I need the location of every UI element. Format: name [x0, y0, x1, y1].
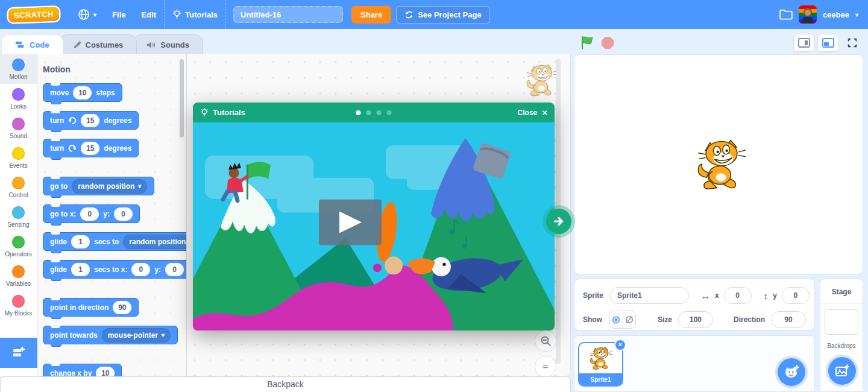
category-sensing[interactable]: Sensing — [0, 202, 37, 232]
sprite-name-input[interactable] — [609, 287, 689, 304]
sprite-thumbnail-label: Sprite1 — [579, 373, 622, 385]
block-go-to-xy[interactable]: go to x: 0 y: 0 — [43, 204, 140, 223]
sprite-info-panel: Sprite ↔ x ↕ y Show — [574, 279, 815, 330]
category-variables[interactable]: Variables — [0, 261, 37, 291]
block-input[interactable]: 15 — [81, 114, 99, 127]
menu-edit[interactable]: Edit — [134, 0, 165, 29]
chevron-down-icon[interactable]: ▾ — [855, 11, 858, 18]
category-motion[interactable]: Motion — [0, 54, 37, 84]
block-input[interactable]: 10 — [73, 86, 92, 100]
scratch-logo[interactable]: SCRATCH — [8, 7, 60, 22]
block-input[interactable]: 0 — [165, 263, 184, 276]
sprite-x-input[interactable] — [724, 287, 752, 304]
block-dropdown[interactable]: mouse-pointer ▾ — [102, 328, 171, 343]
show-sprite-button[interactable] — [610, 311, 623, 328]
block-text: go to x: — [50, 210, 76, 218]
category-my-blocks[interactable]: My Blocks — [0, 291, 37, 320]
hide-sprite-button[interactable] — [623, 311, 635, 328]
folder-icon[interactable] — [779, 9, 793, 20]
category-label: My Blocks — [5, 310, 33, 317]
green-flag-button[interactable] — [580, 36, 594, 50]
block-turn-counterclockwise[interactable]: turn 15 degrees — [43, 139, 139, 157]
tutorial-step-dot-1[interactable] — [356, 110, 361, 115]
tutorial-step-dot-4[interactable] — [387, 110, 392, 115]
category-control[interactable]: Control — [0, 172, 37, 202]
block-text: point in direction — [50, 303, 108, 312]
sprite-size-input[interactable] — [678, 311, 713, 328]
sprite-y-input[interactable] — [782, 287, 810, 304]
project-name-input[interactable] — [233, 6, 343, 23]
category-label: Sound — [10, 133, 27, 139]
large-stage-button[interactable] — [817, 34, 839, 52]
stage-selector-panel[interactable]: Stage Backdrops — [820, 279, 863, 392]
block-move-steps[interactable]: move 10 steps — [43, 83, 122, 102]
block-glide-to[interactable]: glide 1 secs to random position ▾ — [43, 232, 187, 251]
tab-costumes[interactable]: Costumes — [59, 34, 137, 54]
category-sound[interactable]: Sound — [0, 113, 37, 143]
delete-sprite-button[interactable]: × — [614, 339, 626, 351]
sprite-thumbnail-selected[interactable]: Sprite1 × — [578, 342, 623, 387]
tutorial-video[interactable] — [193, 122, 555, 330]
block-glide-to-xy[interactable]: glide 1 secs to x: 0 y: 0 — [43, 260, 187, 279]
see-project-page-button[interactable]: See Project Page — [396, 6, 490, 24]
block-dropdown[interactable]: random position ▾ — [123, 235, 187, 249]
block-input[interactable]: 0 — [80, 207, 99, 221]
tab-code[interactable]: Code — [1, 34, 63, 54]
share-button[interactable]: Share — [351, 6, 391, 24]
sprite-list-panel: Sprite1 × — [574, 335, 815, 392]
backdrop-thumbnail[interactable] — [825, 309, 858, 335]
block-input[interactable]: 10 — [96, 367, 115, 377]
add-sprite-button[interactable] — [778, 358, 805, 386]
stop-button[interactable] — [600, 36, 615, 50]
block-text: go to — [50, 182, 68, 191]
block-point-in-direction[interactable]: point in direction 90 — [43, 298, 139, 317]
block-input[interactable]: 90 — [113, 301, 131, 314]
tutorial-step-dot-2[interactable] — [366, 110, 371, 115]
block-point-towards[interactable]: point towards mouse-pointer ▾ — [43, 326, 178, 344]
small-stage-button[interactable] — [793, 34, 815, 52]
palette-scrollbar[interactable] — [180, 59, 184, 138]
tab-sounds-label: Sounds — [160, 40, 189, 49]
fullscreen-button[interactable] — [841, 34, 863, 52]
stage-sprite-cat[interactable] — [693, 136, 750, 194]
backpack-bar[interactable]: Backpack — [0, 376, 571, 392]
editor-tabs: Code Costumes Sounds — [1, 34, 199, 54]
block-categories: MotionLooksSoundEventsControlSensingOper… — [0, 54, 37, 376]
tutorials-menu[interactable]: Tutorials — [165, 0, 225, 29]
block-input[interactable]: 0 — [114, 207, 133, 221]
block-input[interactable]: 0 — [131, 263, 150, 276]
add-extension-button[interactable] — [0, 338, 37, 368]
block-go-to[interactable]: go to random position ▾ — [43, 177, 154, 195]
block-input[interactable]: 15 — [81, 142, 99, 155]
tutorial-close-button[interactable]: Close × — [518, 107, 547, 118]
category-color-dot — [12, 265, 25, 278]
sprite-watermark-cat — [523, 62, 561, 99]
visibility-toggle — [609, 311, 636, 329]
username[interactable]: ceebee — [823, 10, 849, 19]
zoom-out-button[interactable] — [535, 330, 556, 352]
tutorial-modal: Tutorials Close × — [193, 103, 555, 330]
zoom-reset-button[interactable]: = — [535, 356, 556, 378]
tutorial-next-button[interactable] — [546, 209, 571, 234]
category-color-dot — [12, 177, 25, 189]
tab-sounds[interactable]: Sounds — [133, 34, 203, 54]
direction-label: Direction — [734, 315, 765, 324]
block-palette: Motion move 10 steps turn 15 degrees tur… — [37, 54, 187, 376]
block-turn-clockwise[interactable]: turn 15 degrees — [43, 111, 139, 130]
menu-file[interactable]: File — [104, 0, 133, 29]
user-avatar[interactable] — [799, 5, 817, 24]
category-label: Events — [9, 162, 28, 169]
category-color-dot — [12, 295, 25, 308]
category-looks[interactable]: Looks — [0, 84, 37, 113]
add-backdrop-button[interactable] — [828, 357, 856, 385]
language-menu[interactable]: ▾ — [70, 0, 104, 29]
stage-canvas[interactable] — [574, 54, 863, 274]
block-change-x-by[interactable]: change x by 10 — [43, 364, 122, 376]
sprite-direction-input[interactable] — [771, 311, 806, 328]
block-input[interactable]: 1 — [71, 263, 90, 276]
block-input[interactable]: 1 — [71, 235, 90, 248]
category-operators[interactable]: Operators — [0, 232, 37, 261]
tutorial-step-dot-3[interactable] — [377, 110, 382, 115]
block-dropdown[interactable]: random position ▾ — [72, 179, 147, 194]
category-events[interactable]: Events — [0, 143, 37, 172]
